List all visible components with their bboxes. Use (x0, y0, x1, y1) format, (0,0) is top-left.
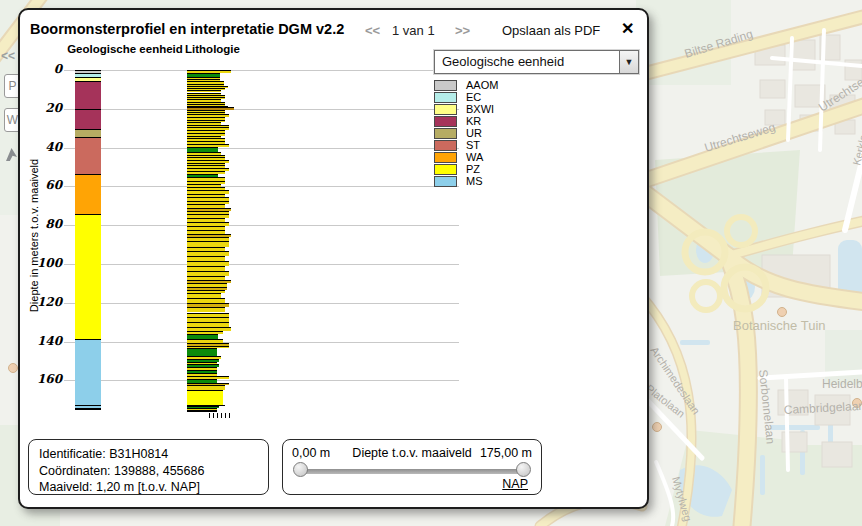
depth-tick-label: 60 (30, 178, 62, 192)
legend-label: UR (466, 127, 482, 139)
screen: Biltse RadingUtrechtsewegUtrechtseKerkla… (0, 0, 862, 526)
lithology-column-header: Lithologie (175, 43, 250, 55)
legend-item: EC (434, 91, 498, 103)
depth-gridline (64, 148, 459, 149)
depth-tick-label: 140 (30, 334, 62, 348)
lithology-bottom-ruler (209, 413, 233, 418)
legend-label: EC (466, 91, 481, 103)
depth-slider-box: 0,00 m Diepte t.o.v. maaiveld 175,00 m N… (282, 439, 542, 495)
depth-gridline (64, 380, 459, 381)
depth-gridline (64, 70, 459, 71)
legend-item: UR (434, 127, 498, 139)
legend-type-dropdown[interactable]: Geologische eenheid ▼ (434, 50, 639, 74)
lithology-band (187, 390, 223, 405)
dialog-title: Boormonsterprofiel en interpretatie DGM … (30, 21, 344, 37)
legend-item: WA (434, 151, 498, 163)
page-indicator: 1 van 1 (392, 23, 435, 38)
legend-swatch (434, 176, 457, 187)
geology-band (75, 214, 101, 339)
legend-item: PZ (434, 163, 498, 175)
legend-item: AAOM (434, 79, 498, 91)
geology-band (75, 109, 101, 129)
legend-swatch (434, 92, 457, 103)
legend-swatch (434, 152, 457, 163)
legend-swatch (434, 116, 457, 127)
legend-item: BXWI (434, 103, 498, 115)
legend-label: WA (466, 151, 483, 163)
geology-band (75, 129, 101, 137)
nap-link[interactable]: NAP (502, 477, 528, 491)
borehole-dialog: Boormonsterprofiel en interpretatie DGM … (18, 8, 649, 509)
legend-label: BXWI (466, 103, 494, 115)
legend-label: ST (466, 139, 480, 151)
geology-band (75, 81, 101, 109)
legend-swatch (434, 140, 457, 151)
depth-tick-label: 0 (30, 62, 62, 76)
geology-band (75, 339, 101, 404)
legend-label: AAOM (466, 79, 498, 91)
legend-item: KR (434, 115, 498, 127)
geology-column-header: Geologische eenheid (60, 43, 190, 55)
slider-handle-min[interactable] (293, 462, 308, 477)
depth-gridline (64, 342, 459, 343)
save-pdf-button[interactable]: Opslaan als PDF (502, 23, 600, 38)
depth-gridline (64, 186, 459, 187)
next-page-button[interactable]: >> (455, 23, 470, 38)
legend-swatch (434, 80, 457, 91)
coordinates-text: Coördinaten: 139888, 455686 (39, 463, 268, 480)
close-icon[interactable]: ✕ (621, 19, 634, 38)
geology-band (75, 137, 101, 174)
depth-tick-label: 40 (30, 140, 62, 154)
legend-label: MS (466, 175, 483, 187)
legend-item: ST (434, 139, 498, 151)
geology-legend: AAOMECBXWIKRURSTWAPZMS (434, 79, 498, 187)
depth-gridline (64, 264, 459, 265)
dropdown-value: Geologische eenheid (442, 54, 564, 69)
bg-pager-chevrons[interactable]: << (1, 49, 15, 63)
depth-slider-rail[interactable] (299, 469, 525, 474)
slider-handle-max[interactable] (516, 462, 531, 477)
slider-max-value: 175,00 m (480, 446, 532, 460)
depth-gridline (64, 303, 459, 304)
depth-gridline (64, 225, 459, 226)
legend-label: PZ (466, 163, 480, 175)
legend-swatch (434, 104, 457, 115)
depth-tick-label: 160 (30, 372, 62, 386)
lithology-band (187, 348, 217, 356)
chevron-down-icon[interactable]: ▼ (619, 51, 638, 73)
depth-tick-label: 100 (30, 256, 62, 270)
prev-page-button[interactable]: << (365, 23, 380, 38)
depth-tick-label: 120 (30, 295, 62, 309)
depth-tick-label: 80 (30, 217, 62, 231)
lithology-band (187, 410, 217, 412)
borehole-info-box: Identificatie: B31H0814 Coördinaten: 139… (28, 439, 269, 495)
legend-label: KR (466, 115, 481, 127)
geology-band (75, 408, 101, 410)
geology-band (75, 174, 101, 214)
surface-level-text: Maaiveld: 1,20 m [t.o.v. NAP] (39, 479, 268, 496)
legend-item: MS (434, 175, 498, 187)
depth-tick-label: 20 (30, 101, 62, 115)
legend-swatch (434, 164, 457, 175)
legend-swatch (434, 128, 457, 139)
identification-text: Identificatie: B31H0814 (39, 446, 268, 463)
depth-gridline (64, 109, 459, 110)
